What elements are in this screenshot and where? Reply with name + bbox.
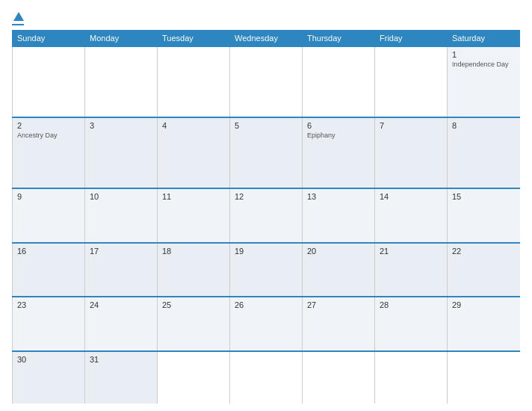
calendar-page: SundayMondayTuesdayWednesdayThursdayFrid… (0, 0, 532, 411)
logo-underline (12, 24, 24, 25)
cell-day-number: 28 (380, 300, 442, 309)
cell-day-number: 26 (235, 300, 297, 309)
calendar-cell (13, 46, 85, 117)
calendar-week-row: 16171819202122 (13, 243, 520, 297)
calendar-cell: 30 (13, 351, 85, 404)
calendar-cell: 8 (448, 117, 520, 188)
cell-day-number: 31 (90, 355, 152, 364)
calendar-cell: 23 (13, 297, 85, 350)
calendar-cell: 9 (13, 188, 85, 242)
cell-day-number: 25 (162, 300, 225, 309)
cell-day-number: 9 (17, 192, 80, 201)
cell-day-number: 15 (452, 192, 516, 201)
calendar-week-row: 1Independence Day (13, 46, 520, 117)
cell-holiday-name: Ancestry Day (17, 132, 80, 139)
calendar-cell: 17 (85, 243, 158, 297)
cell-day-number: 13 (307, 192, 370, 201)
calendar-cell (158, 46, 230, 117)
weekday-header-saturday: Saturday (448, 31, 520, 47)
calendar-cell: 27 (303, 297, 375, 350)
weekday-header-thursday: Thursday (303, 31, 375, 47)
cell-day-number: 10 (90, 192, 152, 201)
cell-day-number: 12 (235, 192, 297, 201)
calendar-cell (375, 351, 448, 404)
calendar-cell (230, 46, 303, 117)
calendar-cell: 22 (448, 243, 520, 297)
weekday-header-tuesday: Tuesday (158, 31, 230, 47)
logo-triangle-icon (13, 12, 24, 21)
weekday-header-sunday: Sunday (13, 31, 85, 47)
calendar-cell (85, 46, 158, 117)
calendar-cell: 4 (158, 117, 230, 188)
calendar-cell: 20 (303, 243, 375, 297)
cell-day-number: 21 (380, 247, 442, 256)
logo (12, 9, 24, 25)
calendar-cell: 26 (230, 297, 303, 350)
cell-day-number: 3 (90, 121, 152, 130)
calendar-cell (448, 351, 520, 404)
calendar-cell: 11 (158, 188, 230, 242)
cell-day-number: 19 (235, 247, 297, 256)
calendar-week-row: 23242526272829 (13, 297, 520, 350)
calendar-cell: 13 (303, 188, 375, 242)
calendar-header (12, 9, 520, 25)
calendar-week-row: 3031 (13, 351, 520, 404)
cell-holiday-name: Epiphany (307, 132, 370, 139)
calendar-cell: 19 (230, 243, 303, 297)
calendar-cell (158, 351, 230, 404)
cell-day-number: 20 (307, 247, 370, 256)
weekday-header-wednesday: Wednesday (230, 31, 303, 47)
calendar-cell: 3 (85, 117, 158, 188)
calendar-week-row: 9101112131415 (13, 188, 520, 242)
logo-general-text (12, 9, 24, 22)
weekday-header-friday: Friday (375, 31, 448, 47)
cell-day-number: 6 (307, 121, 370, 130)
calendar-cell: 25 (158, 297, 230, 350)
cell-day-number: 2 (17, 121, 80, 130)
calendar-cell: 6Epiphany (303, 117, 375, 188)
calendar-cell: 7 (375, 117, 448, 188)
calendar-cell (375, 46, 448, 117)
cell-day-number: 8 (452, 121, 516, 130)
calendar-cell: 14 (375, 188, 448, 242)
calendar-week-row: 2Ancestry Day3456Epiphany78 (13, 117, 520, 188)
calendar-cell (303, 351, 375, 404)
cell-day-number: 18 (162, 247, 225, 256)
weekday-header-row: SundayMondayTuesdayWednesdayThursdayFrid… (13, 31, 520, 47)
cell-day-number: 22 (452, 247, 516, 256)
cell-day-number: 24 (90, 300, 152, 309)
calendar-cell: 18 (158, 243, 230, 297)
cell-day-number: 23 (17, 300, 80, 309)
calendar-cell: 15 (448, 188, 520, 242)
calendar-cell: 5 (230, 117, 303, 188)
calendar-cell: 24 (85, 297, 158, 350)
cell-day-number: 11 (162, 192, 225, 201)
calendar-cell (303, 46, 375, 117)
calendar-cell: 16 (13, 243, 85, 297)
cell-day-number: 5 (235, 121, 297, 130)
calendar-table: SundayMondayTuesdayWednesdayThursdayFrid… (12, 30, 520, 404)
cell-day-number: 27 (307, 300, 370, 309)
calendar-cell: 10 (85, 188, 158, 242)
calendar-cell: 21 (375, 243, 448, 297)
cell-day-number: 1 (452, 50, 516, 59)
cell-day-number: 30 (17, 355, 80, 364)
calendar-cell: 29 (448, 297, 520, 350)
calendar-cell: 28 (375, 297, 448, 350)
calendar-cell (230, 351, 303, 404)
cell-day-number: 16 (17, 247, 80, 256)
cell-day-number: 4 (162, 121, 225, 130)
calendar-cell: 1Independence Day (448, 46, 520, 117)
calendar-cell: 12 (230, 188, 303, 242)
cell-day-number: 7 (380, 121, 442, 130)
cell-day-number: 17 (90, 247, 152, 256)
weekday-header-monday: Monday (85, 31, 158, 47)
calendar-cell: 31 (85, 351, 158, 404)
cell-day-number: 14 (380, 192, 442, 201)
cell-holiday-name: Independence Day (452, 61, 516, 68)
calendar-cell: 2Ancestry Day (13, 117, 85, 188)
cell-day-number: 29 (452, 300, 516, 309)
